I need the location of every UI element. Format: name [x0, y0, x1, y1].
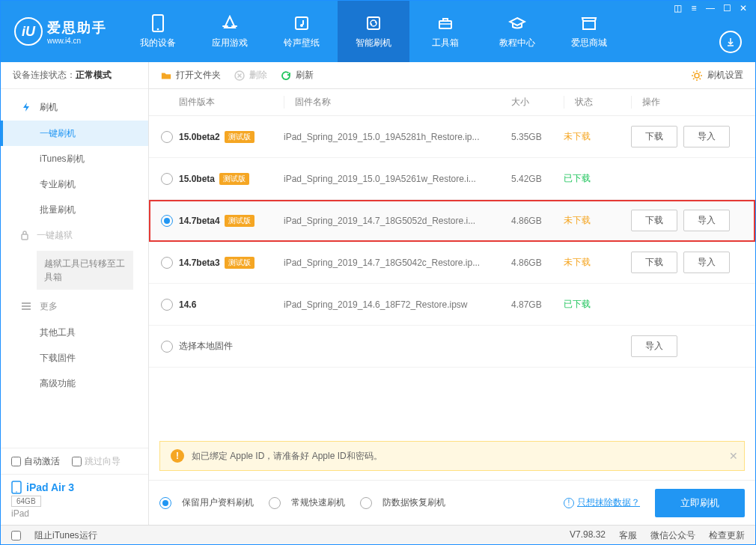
beta-tag: 测试版 [225, 257, 254, 269]
erase-data-link[interactable]: !只想抹除数据？ [564, 496, 640, 509]
firmware-size: 5.35GB [511, 132, 564, 142]
skip-guide-checkbox[interactable] [72, 457, 82, 466]
row-radio[interactable] [161, 215, 173, 227]
row-radio[interactable] [161, 173, 173, 185]
tablet-icon [11, 481, 22, 494]
win-skin-button[interactable]: ◫ [670, 1, 685, 16]
import-button[interactable]: 导入 [683, 210, 730, 231]
sidebar-item-pro-flash[interactable]: 专业刷机 [1, 171, 148, 197]
win-max-button[interactable]: ☐ [719, 1, 734, 16]
flash-opt-antirecovery[interactable]: 防数据恢复刷机 [360, 496, 445, 509]
table-row[interactable]: 14.7beta3测试版iPad_Spring_2019_14.7_18G504… [149, 242, 755, 284]
download-button[interactable]: 下载 [631, 252, 677, 273]
graduation-icon [508, 14, 526, 32]
info-icon: ! [564, 498, 574, 508]
win-min-button[interactable]: — [703, 1, 718, 16]
downloads-button[interactable] [719, 31, 742, 53]
main-nav: 我的设备 应用游戏 铃声壁纸 智能刷机 工具箱 教程中心 爱思商城 [122, 1, 625, 62]
auto-activate-checkbox[interactable] [11, 457, 21, 466]
lock-icon [20, 230, 29, 240]
table-row[interactable]: 14.7beta4测试版iPad_Spring_2019_14.7_18G505… [149, 200, 755, 242]
table-row-local[interactable]: 选择本地固件导入 [149, 326, 755, 368]
sidebar-item-itunes-flash[interactable]: iTunes刷机 [1, 146, 148, 171]
device-name: iPad Air 3 [26, 481, 74, 493]
svg-point-1 [157, 28, 159, 30]
sync-icon [365, 14, 382, 32]
import-button[interactable]: 导入 [683, 126, 730, 147]
logo-icon: iU [14, 17, 43, 46]
flash-opt-normal[interactable]: 常规快速刷机 [269, 496, 345, 509]
brand-name: 爱思助手 [47, 19, 107, 37]
import-button[interactable]: 导入 [631, 335, 677, 357]
sidebar-jailbreak: 一键越狱 [1, 222, 148, 248]
table-row[interactable]: 15.0beta2测试版iPad_Spring_2019_15.0_19A528… [149, 116, 755, 158]
nav-tutorial[interactable]: 教程中心 [481, 1, 553, 62]
download-button[interactable]: 下载 [631, 210, 677, 231]
radio-icon [159, 497, 171, 509]
table-header: 固件版本 固件名称 大小 状态 操作 [149, 89, 755, 116]
nav-apps[interactable]: 应用游戏 [194, 1, 266, 62]
beta-tag: 测试版 [219, 173, 249, 185]
flash-opt-preserve[interactable]: 保留用户资料刷机 [159, 496, 254, 509]
refresh-icon [281, 70, 291, 81]
local-firmware-label: 选择本地固件 [179, 340, 511, 353]
sidebar-item-other-tools[interactable]: 其他工具 [1, 320, 148, 345]
customer-service-link[interactable]: 客服 [619, 529, 637, 542]
table-row[interactable]: 14.6iPad_Spring_2019_14.6_18F72_Restore.… [149, 284, 755, 326]
svg-rect-4 [368, 17, 379, 29]
nav-toolbox[interactable]: 工具箱 [409, 1, 481, 62]
nav-ringtones[interactable]: 铃声壁纸 [266, 1, 338, 62]
menu-icon [20, 300, 32, 312]
svg-point-12 [16, 491, 17, 493]
sidebar-more-head[interactable]: 更多 [1, 293, 148, 320]
firmware-size: 4.86GB [511, 216, 564, 226]
firmware-name: iPad_Spring_2019_14.6_18F72_Restore.ipsw [284, 299, 511, 310]
row-radio[interactable] [161, 341, 173, 353]
auto-activate-label: 自动激活 [24, 455, 60, 468]
svg-rect-5 [439, 21, 451, 28]
sidebar-item-download-firmware[interactable]: 下载固件 [1, 345, 148, 371]
firmware-status: 未下载 [564, 214, 631, 227]
beta-tag: 测试版 [225, 215, 254, 227]
check-update-link[interactable]: 检查更新 [709, 529, 745, 542]
wechat-link[interactable]: 微信公众号 [650, 529, 695, 542]
row-radio[interactable] [161, 131, 173, 143]
flash-settings-button[interactable]: 刷机设置 [691, 69, 743, 82]
nav-flash[interactable]: 智能刷机 [338, 1, 409, 62]
app-header: iU 爱思助手 www.i4.cn 我的设备 应用游戏 铃声壁纸 智能刷机 工具… [1, 1, 755, 62]
flash-now-button[interactable]: 立即刷机 [655, 489, 745, 517]
firmware-version: 14.7beta4 [179, 216, 220, 226]
window-controls: ◫ ≡ — ☐ ✕ [670, 1, 751, 16]
beta-tag: 测试版 [225, 131, 254, 143]
nav-my-device[interactable]: 我的设备 [122, 1, 194, 62]
svg-point-3 [300, 24, 303, 27]
import-button[interactable]: 导入 [683, 252, 730, 273]
apple-id-warning: ! 如已绑定 Apple ID，请准备好 Apple ID和密码。 ✕ [159, 441, 745, 471]
block-itunes-checkbox[interactable] [11, 531, 21, 541]
delete-button: 删除 [234, 69, 267, 82]
refresh-button[interactable]: 刷新 [281, 69, 314, 82]
row-radio[interactable] [161, 257, 173, 269]
table-row[interactable]: 15.0beta测试版iPad_Spring_2019_15.0_19A5261… [149, 158, 755, 200]
nav-store[interactable]: 爱思商城 [553, 1, 625, 62]
radio-icon [360, 497, 372, 509]
folder-icon [161, 70, 171, 81]
device-card[interactable]: iPad Air 3 64GB iPad [1, 474, 148, 525]
connection-status: 设备连接状态：正常模式 [1, 62, 148, 89]
sidebar-flash-head[interactable]: 刷机 [1, 94, 148, 121]
download-button[interactable]: 下载 [631, 126, 677, 147]
win-menu-button[interactable]: ≡ [686, 1, 701, 16]
delete-icon [234, 70, 245, 81]
sidebar-item-batch-flash[interactable]: 批量刷机 [1, 197, 148, 222]
open-folder-button[interactable]: 打开文件夹 [161, 69, 221, 82]
music-icon [293, 14, 310, 32]
device-storage: 64GB [11, 496, 41, 507]
warning-close-button[interactable]: ✕ [729, 450, 738, 462]
win-close-button[interactable]: ✕ [736, 1, 751, 16]
col-status: 状态 [564, 96, 631, 109]
version-label: V7.98.32 [570, 529, 606, 542]
sidebar-item-onekey-flash[interactable]: 一键刷机 [1, 121, 148, 146]
jailbreak-note: 越狱工具已转移至工具箱 [37, 251, 133, 290]
row-radio[interactable] [161, 299, 173, 311]
sidebar-item-advanced[interactable]: 高级功能 [1, 371, 148, 396]
